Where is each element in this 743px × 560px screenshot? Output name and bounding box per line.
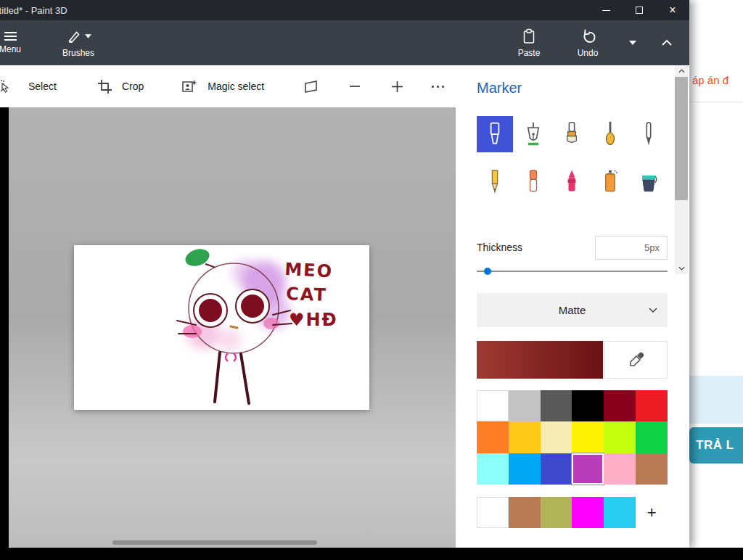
- finish-selected-label: Matte: [559, 304, 586, 316]
- crop-icon[interactable]: [97, 79, 112, 94]
- chevron-down-icon: [678, 266, 685, 271]
- brush-pencil[interactable]: [477, 164, 513, 200]
- current-color-row: [477, 341, 668, 379]
- collapse-ribbon-button[interactable]: [654, 20, 680, 65]
- eyedropper-button[interactable]: [604, 341, 668, 379]
- minimize-icon: [602, 10, 610, 11]
- paste-button[interactable]: Paste: [506, 20, 552, 65]
- canvas-workspace: MEO CAT ♥HĐ: [9, 107, 456, 548]
- palette-grid: [477, 390, 668, 485]
- palette-swatch-16[interactable]: [604, 453, 636, 485]
- drawing-text-line1: MEO: [284, 259, 334, 281]
- panel-title: Marker: [477, 80, 522, 96]
- screen-edge-bottom: [0, 548, 743, 560]
- scroll-down-button[interactable]: [675, 263, 688, 274]
- palette-swatch-12[interactable]: [477, 453, 509, 485]
- custom-swatch-4[interactable]: [604, 497, 636, 528]
- palette-swatch-9[interactable]: [572, 421, 604, 453]
- slider-track: [477, 271, 668, 272]
- canvas-toolbar: Select Crop Magic select: [0, 65, 456, 107]
- brush-spray-can[interactable]: [592, 164, 628, 200]
- undo-icon: [580, 28, 596, 44]
- chevron-down-icon: [629, 41, 636, 45]
- drawing-text-line3: ♥HĐ: [289, 310, 338, 330]
- brush-watercolor[interactable]: [592, 116, 628, 152]
- brush-panel: Marker: [456, 65, 689, 548]
- add-color-button[interactable]: +: [636, 497, 668, 528]
- ribbon: Menu Brushes Pa: [0, 20, 689, 65]
- brush-fill[interactable]: [631, 164, 667, 200]
- chevron-up-icon: [678, 69, 685, 73]
- zoom-in-button[interactable]: [390, 80, 404, 94]
- palette-swatch-4[interactable]: [604, 390, 636, 421]
- palette-swatch-15[interactable]: [572, 453, 604, 485]
- select-button[interactable]: Select: [28, 81, 57, 92]
- paste-icon: [521, 28, 537, 44]
- panel-scrollbar[interactable]: [675, 65, 688, 274]
- current-color-swatch[interactable]: [477, 341, 603, 379]
- brush-marker[interactable]: [477, 116, 513, 152]
- palette-swatch-8[interactable]: [541, 421, 572, 453]
- palette-swatch-2[interactable]: [541, 390, 572, 421]
- palette-swatch-5[interactable]: [636, 390, 668, 421]
- magic-select-icon[interactable]: [181, 79, 197, 94]
- brush-oil-brush[interactable]: [554, 116, 590, 152]
- brushes-caret-icon: [85, 34, 91, 38]
- palette-swatch-13[interactable]: [509, 453, 541, 485]
- chevron-up-icon: [661, 39, 673, 46]
- palette-swatch-14[interactable]: [541, 453, 572, 485]
- zoom-out-button[interactable]: [348, 80, 361, 93]
- answer-button[interactable]: TRẢ L: [689, 427, 743, 464]
- brushes-label: Brushes: [62, 48, 94, 58]
- window-title: Untitled* - Paint 3D: [0, 5, 67, 16]
- brush-pixel-pen[interactable]: [631, 116, 667, 152]
- eraser-icon: [520, 167, 546, 197]
- 3d-view-icon[interactable]: [303, 80, 319, 94]
- palette-swatch-3[interactable]: [572, 390, 604, 421]
- close-button[interactable]: ×: [656, 0, 689, 20]
- brush-calligraphy-pen[interactable]: [515, 116, 551, 152]
- select-region-icon: [0, 79, 11, 94]
- menu-icon: [4, 32, 17, 41]
- palette-swatch-11[interactable]: [636, 421, 668, 453]
- more-tools-dropdown[interactable]: [624, 20, 641, 65]
- more-options-button[interactable]: [432, 86, 444, 88]
- menu-button[interactable]: Menu: [0, 20, 32, 65]
- menu-label: Menu: [0, 44, 21, 54]
- crop-button[interactable]: Crop: [122, 81, 144, 92]
- main-content: Select Crop Magic select: [0, 65, 689, 548]
- spray-can-icon: [597, 167, 623, 197]
- thickness-slider[interactable]: [477, 267, 668, 276]
- custom-swatch-0[interactable]: [477, 497, 509, 528]
- scroll-up-button[interactable]: [675, 65, 688, 77]
- custom-swatch-3[interactable]: [572, 497, 604, 528]
- scrollbar-thumb[interactable]: [675, 77, 688, 200]
- custom-swatch-1[interactable]: [509, 497, 541, 528]
- background-divider: [688, 102, 743, 102]
- brush-crayon[interactable]: [554, 164, 590, 200]
- crayon-icon: [559, 167, 585, 197]
- horizontal-scrollbar[interactable]: [112, 540, 317, 545]
- eyedropper-icon: [628, 352, 644, 368]
- palette-swatch-1[interactable]: [509, 390, 541, 421]
- palette-swatch-6[interactable]: [477, 421, 509, 453]
- undo-button[interactable]: Undo: [565, 20, 611, 65]
- magic-select-button[interactable]: Magic select: [208, 81, 264, 92]
- palette-swatch-17[interactable]: [636, 453, 668, 485]
- maximize-button[interactable]: [623, 0, 656, 20]
- brushes-tool-button[interactable]: Brushes: [54, 20, 102, 65]
- brush-eraser[interactable]: [515, 164, 551, 200]
- palette-swatch-10[interactable]: [604, 421, 636, 453]
- minimize-button[interactable]: [589, 0, 623, 20]
- titlebar: Untitled* - Paint 3D ×: [0, 0, 689, 20]
- finish-dropdown[interactable]: Matte: [477, 293, 668, 327]
- background-partial-text: áp án đ: [692, 74, 728, 86]
- palette-swatch-7[interactable]: [509, 421, 541, 453]
- palette-swatch-0[interactable]: [477, 390, 509, 421]
- custom-colors-row: +: [477, 497, 668, 528]
- canvas[interactable]: MEO CAT ♥HĐ: [74, 245, 369, 410]
- slider-handle[interactable]: [484, 268, 491, 275]
- thickness-input[interactable]: [595, 236, 668, 260]
- custom-swatch-2[interactable]: [541, 497, 572, 528]
- close-icon: ×: [669, 4, 676, 16]
